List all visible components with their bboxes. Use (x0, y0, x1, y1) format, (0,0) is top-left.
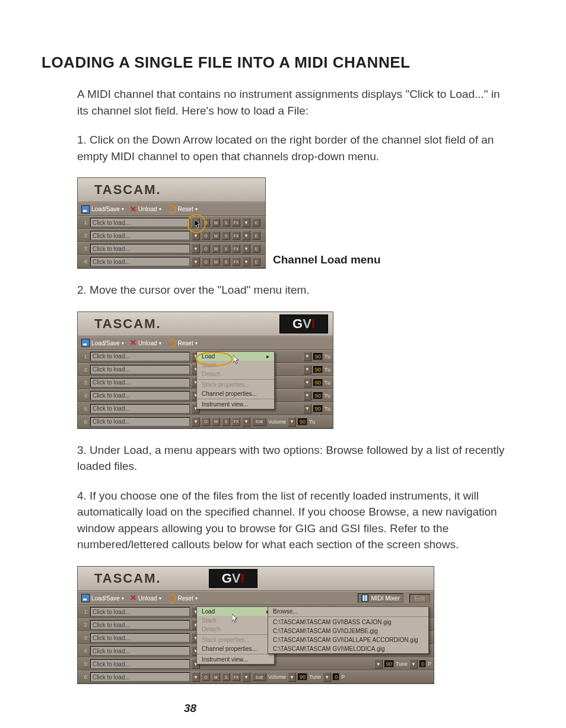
channel-slot[interactable]: Click to load... (90, 417, 190, 427)
step-1: 1. Click on the Down Arrow located on th… (77, 132, 513, 164)
menu-item-stack[interactable]: Stack (197, 616, 274, 625)
fx-button[interactable]: FX (232, 257, 240, 266)
s-button[interactable]: S (222, 244, 230, 253)
chevron-down-icon[interactable]: ▼ (192, 417, 200, 427)
midi-mixer-button[interactable]: MIDI Mixer (358, 593, 403, 603)
channel-slot[interactable]: Click to load... (90, 365, 190, 374)
m-button[interactable]: M (212, 257, 220, 266)
m-button[interactable]: M (212, 231, 220, 240)
tascam-logo: TASCAM. (94, 182, 161, 198)
menu-item-channel-props[interactable]: Channel properties... (197, 644, 274, 653)
chevron-down-icon[interactable]: ▼ (192, 257, 200, 266)
menu-item-stack[interactable]: Stack (197, 361, 274, 370)
s-button[interactable]: S (222, 257, 230, 266)
reset-icon (167, 594, 176, 603)
menu-item-detach[interactable]: Detach (197, 370, 274, 379)
e-button[interactable]: E (252, 218, 260, 227)
fx-button[interactable]: FX (232, 244, 240, 253)
load-save-button[interactable]: Load/Save▾ (81, 594, 124, 602)
step-3: 3. Under Load, a menu appears with two o… (77, 442, 513, 475)
channel-slot[interactable]: Click to load... (90, 378, 190, 387)
o-button[interactable]: O (202, 244, 210, 253)
channel-slot[interactable]: Click to load... (90, 404, 190, 414)
chevron-down-icon[interactable]: ▼ (192, 218, 200, 227)
channel-slot[interactable]: Click to load... (90, 391, 190, 400)
chevron-down-icon[interactable]: ▼ (242, 244, 250, 253)
load-save-label: Load/Save (91, 206, 120, 212)
unload-button[interactable]: ✕ Unload▾ (130, 340, 161, 346)
unload-label: Unload (138, 340, 157, 346)
tascam-logo: TASCAM. (94, 316, 161, 332)
reset-icon (167, 339, 176, 348)
channel-row: 2: Click to load... ▼ O M S FX ▼ E (78, 229, 265, 242)
m-button[interactable]: M (212, 244, 220, 253)
channel-row: 6:Click to load...▼ OMSFX▼Edit Volume▼ 9… (78, 415, 333, 428)
context-menu: Load ▸ Stack Detach Stack properties... … (196, 606, 275, 665)
gvi-logo: GVI (279, 314, 328, 333)
disk-icon (81, 594, 90, 602)
menu-item-stack-props[interactable]: Stack properties... (197, 380, 274, 389)
menu-item-load[interactable]: Load ▸ (197, 352, 274, 361)
reset-label: Reset (178, 206, 193, 212)
menu-item-load[interactable]: Load ▸ (197, 607, 274, 616)
value-readout: 90 (313, 353, 323, 360)
page-title: LOADING A SINGLE FILE INTO A MIDI CHANNE… (42, 53, 524, 72)
load-save-button[interactable]: Load/Save▾ (81, 339, 124, 347)
tune-label: Tu (325, 354, 330, 360)
channel-slot[interactable]: Click to load... (90, 218, 190, 227)
channel-slot[interactable]: Click to load... (90, 352, 190, 361)
chevron-down-icon[interactable]: ▼ (242, 231, 250, 240)
chevron-down-icon[interactable]: ▼ (192, 231, 200, 240)
o-button[interactable]: O (202, 218, 210, 227)
channel-number: 2: (80, 233, 88, 239)
channel-number: 1: (80, 220, 88, 225)
figure-caption: Channel Load menu (273, 253, 381, 269)
e-button[interactable]: E (252, 244, 260, 253)
unload-button[interactable]: ✕ Unload▾ (130, 595, 161, 602)
gvi-logo: GVI (209, 569, 257, 588)
chevron-down-icon[interactable]: ▼ (242, 218, 250, 227)
reset-button[interactable]: Reset▾ (167, 594, 198, 603)
reset-button[interactable]: Reset▾ (167, 339, 198, 348)
menu-item-detach[interactable]: Detach (197, 625, 274, 634)
screenshot-3: TASCAM. GVI Load/Save▾ ✕ Unload▾ Reset▾ (77, 566, 434, 684)
disk-icon (81, 339, 90, 347)
edit-button[interactable]: Edit (409, 594, 430, 603)
load-submenu: Browse... C:\TASCAM\TASCAM GVI\BASS CAJO… (268, 606, 429, 654)
m-button[interactable]: M (212, 218, 220, 227)
menu-item-inst-view[interactable]: Instrument view... (197, 400, 274, 409)
unload-button[interactable]: ✕ Unload▾ (130, 206, 161, 212)
menu-item-stack-props[interactable]: Stack properties... (197, 635, 274, 644)
x-icon: ✕ (130, 340, 136, 346)
chevron-down-icon[interactable]: ▼ (192, 244, 200, 253)
screenshot-2: TASCAM. GVI Load/Save▾ ✕ Unload▾ Reset▾ (77, 311, 333, 429)
channel-row: 1: Click to load... ▼ O M S FX ▼ E (78, 216, 265, 229)
o-button[interactable]: O (202, 231, 210, 240)
o-button[interactable]: O (202, 257, 210, 266)
midi-mixer-label: MIDI Mixer (371, 595, 399, 602)
load-save-button[interactable]: Load/Save▾ (81, 205, 124, 214)
chevron-down-icon[interactable]: ▼ (242, 257, 250, 266)
menu-item-channel-props[interactable]: Channel properties... (197, 389, 274, 398)
e-button[interactable]: E (252, 231, 260, 240)
s-button[interactable]: S (222, 231, 230, 240)
menu-item-inst-view[interactable]: Instrument view... (197, 655, 274, 664)
menu-item-recent[interactable]: C:\TASCAM\TASCAM GVI\DALLAPE ACCORDION.g… (268, 635, 428, 644)
e-button[interactable]: E (252, 257, 260, 266)
menu-item-recent[interactable]: C:\TASCAM\TASCAM GVI\DJEMBE.gig (268, 627, 428, 635)
channel-slot[interactable]: Click to load... (90, 257, 190, 266)
s-button[interactable]: S (222, 218, 230, 227)
step-4: 4. If you choose one of the files from t… (77, 488, 513, 553)
mixer-icon (361, 595, 368, 602)
channel-slot[interactable]: Click to load... (90, 231, 190, 240)
reset-button[interactable]: Reset▾ (167, 205, 198, 214)
menu-item-browse[interactable]: Browse... (268, 607, 428, 616)
fx-button[interactable]: FX (232, 231, 240, 240)
fx-button[interactable]: FX (232, 218, 240, 227)
menu-item-recent[interactable]: C:\TASCAM\TASCAM GVI\MELODICA.gig (268, 644, 428, 653)
channel-slot[interactable]: Click to load... (90, 244, 190, 253)
menu-item-recent[interactable]: C:\TASCAM\TASCAM GVI\BASS CAJON.gig (268, 618, 428, 627)
unload-label: Unload (138, 206, 157, 212)
x-icon: ✕ (130, 595, 136, 601)
screenshot-1: TASCAM. Load/Save▾ ✕ Unload▾ Reset▾ (77, 177, 266, 269)
